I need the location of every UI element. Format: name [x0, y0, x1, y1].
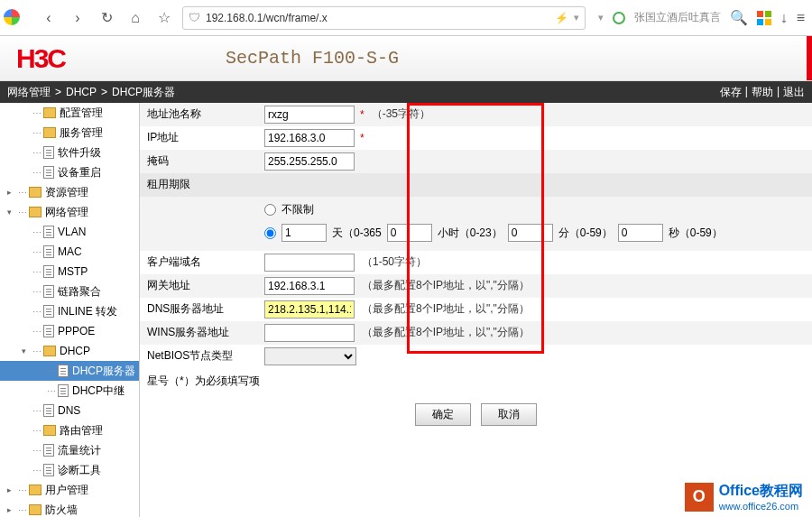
label-gateway: 网关地址 — [140, 274, 257, 297]
sidebar-item-DHCP中继[interactable]: ⋯DHCP中继 — [0, 381, 139, 401]
sidebar-item-资源管理[interactable]: ▸⋯资源管理 — [0, 182, 139, 202]
sidebar-item-诊断工具[interactable]: ⋯诊断工具 — [0, 460, 139, 480]
sidebar-item-用户管理[interactable]: ▸⋯用户管理 — [0, 480, 139, 500]
lease-hours-input[interactable] — [387, 224, 432, 242]
hours-label: 小时（0-23） — [438, 226, 503, 241]
mask-input[interactable] — [264, 152, 355, 171]
back-button[interactable]: ‹ — [38, 7, 60, 29]
netbios-select[interactable] — [264, 347, 356, 365]
breadcrumb: 网络管理 > DHCP > DHCP服务器 保存| 帮助| 退出 — [0, 81, 812, 103]
required-star: * — [360, 108, 364, 121]
lease-header: 租用期限 — [140, 173, 812, 197]
search-engine-icon — [613, 12, 625, 24]
crumb-3[interactable]: DHCP服务器 — [112, 85, 175, 100]
pool-name-input[interactable] — [264, 106, 355, 124]
cancel-button[interactable]: 取消 — [481, 403, 537, 426]
required-note: 星号（*）为必须填写项 — [140, 368, 812, 394]
ok-button[interactable]: 确定 — [415, 403, 471, 426]
seconds-label: 秒（0-59） — [669, 226, 723, 241]
decorative-edge — [807, 36, 812, 80]
watermark-url: www.office26.com — [719, 501, 803, 512]
sidebar-item-DNS[interactable]: ⋯DNS — [0, 401, 139, 420]
sidebar-item-VLAN[interactable]: ⋯VLAN — [0, 222, 139, 242]
hint-gateway: （最多配置8个IP地址，以","分隔） — [362, 278, 530, 293]
days-label: 天（0-365 — [332, 226, 382, 241]
reload-button[interactable]: ↻ — [96, 7, 117, 29]
minutes-label: 分（0-59） — [558, 226, 613, 241]
product-header: H3C SecPath F100-S-G — [0, 36, 812, 81]
bolt-icon: ⚡ — [555, 12, 568, 24]
hint-client-domain: （1-50字符） — [362, 254, 427, 270]
sidebar-item-DHCP服务器[interactable]: ⋯DHCP服务器 — [0, 361, 139, 381]
sidebar-item-防火墙[interactable]: ▸⋯防火墙 — [0, 500, 139, 517]
help-link[interactable]: 帮助 — [752, 85, 773, 100]
lease-seconds-input[interactable] — [618, 224, 663, 242]
sidebar-item-配置管理[interactable]: ⋯配置管理 — [0, 103, 139, 123]
label-wins: WINS服务器地址 — [140, 321, 257, 344]
save-link[interactable]: 保存 — [720, 85, 742, 100]
label-ip: IP地址 — [140, 126, 257, 149]
watermark-icon: O — [685, 483, 714, 512]
apps-icon[interactable] — [757, 11, 771, 25]
sidebar-item-DHCP[interactable]: ▾⋯DHCP — [0, 341, 139, 361]
sidebar-item-网络管理[interactable]: ▾⋯网络管理 — [0, 202, 139, 222]
required-star: * — [360, 132, 364, 144]
watermark: O Office教程网 www.office26.com — [685, 482, 803, 512]
lease-limited-radio[interactable] — [264, 227, 276, 239]
hint-pool-name: （­-35字符） — [372, 106, 430, 122]
lease-unlimited-radio[interactable] — [264, 204, 276, 216]
hint-wins: （最多配置8个IP地址，以","分隔） — [362, 325, 530, 340]
hint-dns: （最多配置8个IP地址，以","分隔） — [362, 301, 530, 317]
lease-unlimited-label: 不限制 — [281, 202, 314, 217]
label-netbios: NetBIOS节点类型 — [140, 345, 257, 367]
download-icon[interactable]: ↓ — [780, 10, 788, 26]
wins-input[interactable] — [264, 324, 355, 342]
sidebar-item-流量统计[interactable]: ⋯流量统计 — [0, 440, 139, 460]
shield-icon: 🛡 — [189, 11, 200, 24]
dns-input[interactable] — [264, 300, 355, 319]
search-placeholder[interactable]: 张国立酒后吐真言 — [634, 10, 721, 25]
sidebar-item-软件升级[interactable]: ⋯软件升级 — [0, 143, 139, 162]
menu-icon[interactable]: ≡ — [797, 10, 805, 26]
nav-tree: ⋯配置管理⋯服务管理⋯软件升级⋯设备重启▸⋯资源管理▾⋯网络管理⋯VLAN⋯MA… — [0, 103, 140, 517]
url-bar[interactable]: 🛡 192.168.0.1/wcn/frame/.x ⚡ ▾ — [182, 6, 586, 30]
label-pool-name: 地址池名称 — [140, 103, 257, 125]
sidebar-item-MAC[interactable]: ⋯MAC — [0, 242, 139, 262]
sidebar-item-路由管理[interactable]: ⋯路由管理 — [0, 420, 139, 440]
lease-days-input[interactable] — [281, 224, 327, 242]
crumb-2[interactable]: DHCP — [66, 86, 97, 98]
favorite-button[interactable]: ☆ — [153, 7, 175, 29]
tab-favicon — [4, 9, 20, 25]
label-dns: DNS服务器地址 — [140, 298, 257, 320]
chevron-down-icon[interactable]: ▾ — [598, 12, 604, 23]
sidebar-item-INLINE 转发[interactable]: ⋯INLINE 转发 — [0, 301, 139, 321]
lease-minutes-input[interactable] — [508, 224, 553, 242]
sidebar-item-服务管理[interactable]: ⋯服务管理 — [0, 123, 139, 143]
label-client-domain: 客户端域名 — [140, 251, 257, 273]
sidebar-item-PPPOE[interactable]: ⋯PPPOE — [0, 321, 139, 341]
gateway-input[interactable] — [264, 277, 355, 295]
browser-toolbar: ‹ › ↻ ⌂ ☆ 🛡 192.168.0.1/wcn/frame/.x ⚡ ▾… — [0, 0, 812, 36]
sidebar-item-MSTP[interactable]: ⋯MSTP — [0, 262, 139, 282]
form-panel: 地址池名称 * （­-35字符） IP地址 * 掩码 租用期限 — [140, 103, 812, 517]
ip-input[interactable] — [264, 129, 355, 147]
sidebar-item-链路聚合[interactable]: ⋯链路聚合 — [0, 282, 139, 301]
home-button[interactable]: ⌂ — [125, 7, 146, 29]
client-domain-input[interactable] — [264, 254, 355, 272]
sidebar-item-设备重启[interactable]: ⋯设备重启 — [0, 162, 139, 182]
product-title: SecPath F100-S-G — [226, 48, 399, 69]
crumb-1[interactable]: 网络管理 — [7, 85, 51, 100]
forward-button[interactable]: › — [67, 7, 88, 29]
label-mask: 掩码 — [140, 150, 257, 172]
vendor-logo: H3C — [16, 43, 65, 74]
chevron-down-icon: ▾ — [574, 12, 579, 23]
search-icon[interactable]: 🔍 — [730, 9, 748, 26]
url-text: 192.168.0.1/wcn/frame/.x — [206, 12, 328, 24]
logout-link[interactable]: 退出 — [783, 85, 805, 100]
